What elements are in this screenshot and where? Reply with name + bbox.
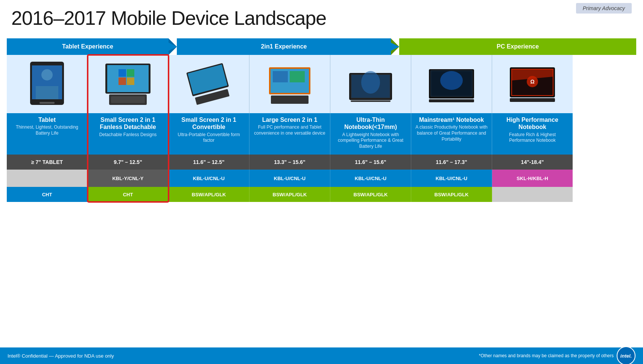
convertible-image-area [169,55,249,113]
fanless-chip2: CHT [88,187,169,202]
convertible-device-name: Small Screen 2 in 1 Convertible [172,116,245,130]
svg-rect-10 [119,77,126,85]
page-title: 2016–2017 Mobile Device Landscape [11,8,632,29]
primary-advocacy-badge: Primary Advocacy [576,3,632,14]
high-perf-device-icon: Ω [508,60,557,109]
fanless-size: 9.7" – 12.5" [88,155,169,170]
svg-rect-15 [188,64,228,94]
svg-rect-8 [119,69,126,77]
ultra-thin-device-icon [346,60,395,109]
fanless-device-subtitle: Detachable Fanless Designs [99,132,157,138]
high-perf-desc-area: High Performance Notebook Feature Rich &… [492,113,573,155]
mainstream-chip2: BSW/APL/GLK [411,187,492,202]
columns-container: Tablet Thinnest, Lightest, Outstanding B… [7,55,636,202]
tablet-chip2: CHT [7,187,88,202]
svg-rect-5 [36,86,58,99]
fanless-device-name: Small Screen 2 in 1 Fanless Detachable [91,116,164,130]
high-perf-image-area: Ω [492,55,573,113]
svg-rect-9 [127,69,134,77]
footer-confidential: Intel® Confidential — Approved for NDA u… [8,353,114,359]
mainstream-device-name: Mainstream¹ Notebook [419,116,484,123]
header-area: 2016–2017 Mobile Device Landscape Primar… [0,0,643,33]
fanless-device-icon [103,60,152,109]
col-ultra-thin: Ultra-Thin Notebook(<17mm) A Lightweight… [330,55,411,202]
svg-rect-31 [429,99,474,102]
high-perf-device-name: High Performance Notebook [496,116,569,130]
convertible-chip1: KBL-U/CNL-U [169,170,249,187]
col-large-screen: Large Screen 2 in 1 Full PC performance … [249,55,330,202]
mainstream-device-icon [427,60,476,109]
convertible-device-icon [184,60,233,109]
pc-experience-label: PC Experience [497,43,539,50]
large-screen-size: 13.3" – 15.6" [249,155,330,170]
svg-point-30 [440,71,463,90]
large-screen-device-name: Large Screen 2 in 1 [262,116,318,123]
pc-experience-bar: PC Experience [399,38,636,55]
tablet-size: ≥ 7" TABLET [7,155,88,170]
large-screen-chip1: KBL-U/CNL-U [249,170,330,187]
2in1-experience-bar: 2in1 Experience [177,38,391,55]
ultra-thin-chip1: KBL-U/CNL-U [330,170,411,187]
tablet-experience-label: Tablet Experience [62,43,113,50]
footer: Intel® Confidential — Approved for NDA u… [0,347,643,364]
svg-rect-20 [290,71,305,82]
2in1-experience-label: 2in1 Experience [261,43,307,50]
mainstream-image-area [411,55,492,113]
convertible-device-subtitle: Ultra-Portable Convertible form factor [172,132,245,144]
high-perf-size: 14"-18.4" [492,155,573,170]
convertible-size: 11.6" – 12.5" [169,155,249,170]
tablet-chip1 [7,170,88,187]
tablet-experience-bar: Tablet Experience [7,38,169,55]
mainstream-chip1: KBL-U/CNL-U [411,170,492,187]
high-perf-device-subtitle: Feature Rich & Highest Performance Noteb… [496,132,569,144]
col-mainstream: Mainstream¹ Notebook A classic Productiv… [411,55,492,202]
large-screen-desc-area: Large Screen 2 in 1 Full PC performance … [249,113,330,155]
svg-rect-21 [271,96,309,104]
footer-disclaimer: *Other names and brands may be claimed a… [479,353,614,358]
svg-point-4 [41,69,53,80]
convertible-desc-area: Small Screen 2 in 1 Convertible Ultra-Po… [169,113,249,155]
ultra-thin-size: 11.6" – 15.6" [330,155,411,170]
intel-logo-icon: intel. [617,346,635,364]
svg-rect-19 [273,71,288,82]
tablet-image-area [7,55,88,113]
tablet-device-name: Tablet [38,116,56,123]
svg-rect-11 [127,77,134,85]
large-screen-device-subtitle: Full PC performance and Tablet convenien… [253,124,326,136]
col-high-perf: Ω High Performance Notebook Feature Rich… [492,55,573,202]
svg-rect-24 [351,100,391,102]
svg-rect-13 [111,96,145,103]
fanless-image-area [88,55,169,113]
large-screen-device-icon [265,60,314,109]
mainstream-desc-area: Mainstream¹ Notebook A classic Productiv… [411,113,492,155]
tablet-device-icon [26,60,68,109]
high-perf-chip1: SKL-H/KBL-H [492,170,573,187]
svg-point-26 [361,71,380,94]
tablet-desc-area: Tablet Thinnest, Lightest, Outstanding B… [7,113,88,155]
fanless-chip1: KBL-Y/CNL-Y [88,170,169,187]
mainstream-size: 11.6" – 17.3" [411,155,492,170]
ultra-thin-chip2: BSW/APL/GLK [330,187,411,202]
col-small-screen-convertible: Small Screen 2 in 1 Convertible Ultra-Po… [169,55,249,202]
high-perf-chip2 [492,187,573,202]
ultra-thin-desc-area: Ultra-Thin Notebook(<17mm) A Lightweight… [330,113,411,155]
page-wrapper: 2016–2017 Mobile Device Landscape Primar… [0,0,643,364]
svg-rect-36 [510,98,555,102]
intel-label: intel. [620,353,632,359]
col-small-screen-fanless: Small Screen 2 in 1 Fanless Detachable D… [88,55,169,202]
ultra-thin-image-area [330,55,411,113]
col-tablet: Tablet Thinnest, Lightest, Outstanding B… [7,55,88,202]
mainstream-device-subtitle: A classic Productivity Notebook with bal… [415,124,488,142]
full-chart: Tablet Experience 2in1 Experience PC Exp… [7,38,636,202]
convertible-chip2: BSW/APL/GLK [169,187,249,202]
ultra-thin-device-subtitle: A Lightweight Notebook with compelling P… [334,132,407,150]
experience-bar: Tablet Experience 2in1 Experience PC Exp… [7,38,636,55]
svg-text:Ω: Ω [530,79,534,85]
tablet-device-subtitle: Thinnest, Lightest, Outstanding Battery … [11,124,84,136]
large-screen-chip2: BSW/APL/GLK [249,187,330,202]
large-screen-image-area [249,55,330,113]
ultra-thin-device-name: Ultra-Thin Notebook(<17mm) [334,116,407,130]
intel-logo-area: *Other names and brands may be claimed a… [479,346,635,364]
fanless-desc-area: Small Screen 2 in 1 Fanless Detachable D… [88,113,169,155]
svg-rect-2 [40,102,55,104]
